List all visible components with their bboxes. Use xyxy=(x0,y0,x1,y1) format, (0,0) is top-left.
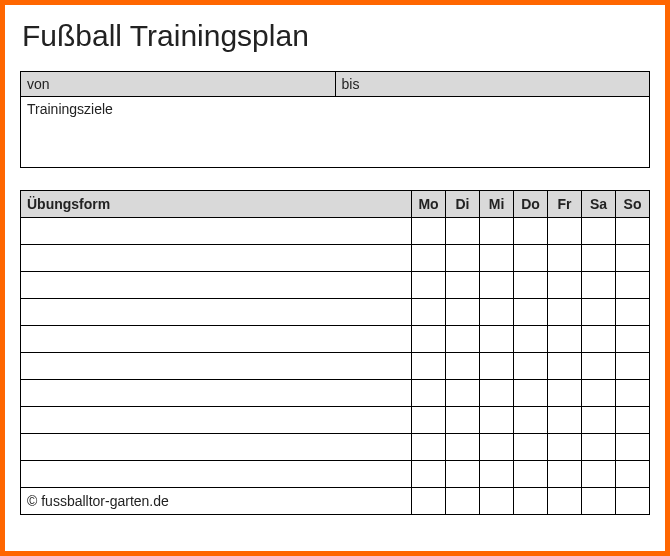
day-header-fr: Fr xyxy=(548,191,582,218)
table-row xyxy=(21,299,650,326)
day-header-so: So xyxy=(616,191,650,218)
period-goals-block: von bis Trainingsziele xyxy=(20,71,650,168)
period-row: von bis xyxy=(21,72,649,97)
table-row xyxy=(21,272,650,299)
to-label: bis xyxy=(336,72,650,97)
table-row xyxy=(21,353,650,380)
table-row xyxy=(21,407,650,434)
day-header-do: Do xyxy=(514,191,548,218)
table-row xyxy=(21,326,650,353)
copyright-text: © fussballtor-garten.de xyxy=(21,488,412,515)
day-header-sa: Sa xyxy=(582,191,616,218)
day-header-mo: Mo xyxy=(412,191,446,218)
copyright-row: © fussballtor-garten.de xyxy=(21,488,650,515)
training-goals-label: Trainingsziele xyxy=(21,97,649,167)
exercise-header: Übungsform xyxy=(21,191,412,218)
table-row xyxy=(21,461,650,488)
table-row xyxy=(21,245,650,272)
table-row xyxy=(21,218,650,245)
day-header-mi: Mi xyxy=(480,191,514,218)
page-title: Fußball Trainingsplan xyxy=(22,19,650,53)
day-header-di: Di xyxy=(446,191,480,218)
schedule-table: Übungsform Mo Di Mi Do Fr Sa So © fussba… xyxy=(20,190,650,515)
from-label: von xyxy=(21,72,336,97)
schedule-header-row: Übungsform Mo Di Mi Do Fr Sa So xyxy=(21,191,650,218)
table-row xyxy=(21,434,650,461)
table-row xyxy=(21,380,650,407)
